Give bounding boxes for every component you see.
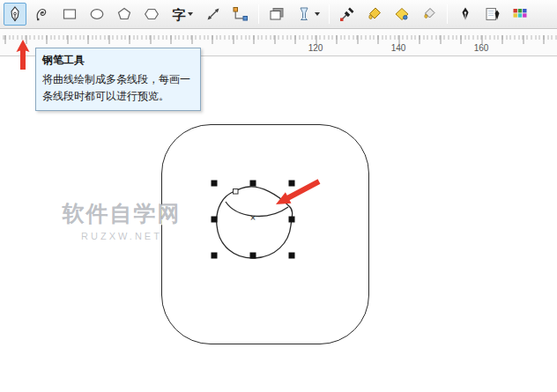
polygon-tool-icon	[115, 5, 133, 23]
basic-shapes-tool-button[interactable]	[140, 3, 163, 26]
smart-fill-tool-icon	[393, 5, 411, 23]
eyedropper-tool-button[interactable]	[336, 3, 359, 26]
outline-tool-icon	[484, 5, 501, 23]
dimension-tool-icon	[204, 5, 222, 23]
polygon-tool-button[interactable]	[113, 3, 136, 26]
artboard-rounded-rect[interactable]	[161, 124, 369, 344]
tooltip-title: 钢笔工具	[42, 53, 194, 68]
outline-pen-tool-button[interactable]	[454, 3, 477, 26]
paint-bucket-tool-button[interactable]	[363, 3, 386, 26]
smart-fill-tool-button[interactable]	[390, 3, 413, 26]
drop-shadow-tool-button[interactable]	[265, 3, 288, 26]
text-tool-icon: 字	[173, 8, 186, 21]
dimension-tool-button[interactable]	[202, 3, 225, 26]
color-palette-icon	[511, 5, 529, 23]
toolbox-toolbar: 字	[0, 0, 557, 29]
dropdown-arrow-icon	[315, 12, 320, 16]
app-window: 字	[0, 0, 557, 392]
fill-tool-icon	[420, 5, 438, 23]
color-palette-tool-button[interactable]	[509, 3, 531, 26]
fill-tool-button[interactable]	[418, 3, 441, 26]
rectangle-tool-button[interactable]	[58, 3, 81, 26]
toolbar-separator	[329, 4, 330, 24]
rectangle-tool-icon	[61, 5, 78, 23]
eyedropper-tool-icon	[338, 5, 356, 23]
toolbar-separator	[258, 4, 259, 24]
outline-tool-button[interactable]	[481, 3, 504, 26]
outline-pen-tool-icon	[457, 5, 474, 23]
pen-tool-button[interactable]	[4, 3, 26, 26]
ruler-label: 140	[391, 43, 406, 53]
paint-bucket-tool-icon	[366, 5, 383, 23]
drop-shadow-tool-icon	[268, 5, 286, 23]
ellipse-tool-button[interactable]	[85, 3, 108, 26]
ellipse-tool-icon	[88, 5, 106, 23]
bspline-tool-icon	[33, 5, 51, 23]
ruler-label: 120	[308, 43, 323, 53]
connector-tool-icon	[232, 5, 249, 23]
bspline-tool-button[interactable]	[31, 3, 54, 26]
toolbar-separator	[447, 4, 448, 24]
text-tool-button[interactable]: 字	[167, 3, 197, 26]
tooltip-body: 将曲线绘制成多条线段，每画一条线段时都可以进行预览。	[42, 71, 194, 104]
basic-shapes-tool-icon	[143, 5, 160, 23]
pen-tool-tooltip: 钢笔工具 将曲线绘制成多条线段，每画一条线段时都可以进行预览。	[35, 48, 201, 111]
transparency-tool-button[interactable]	[293, 3, 323, 26]
transparency-tool-icon	[295, 5, 313, 23]
connector-tool-button[interactable]	[229, 3, 252, 26]
dropdown-arrow-icon	[188, 12, 193, 16]
ruler-label: 160	[474, 43, 489, 53]
pen-tool-icon	[6, 5, 24, 23]
